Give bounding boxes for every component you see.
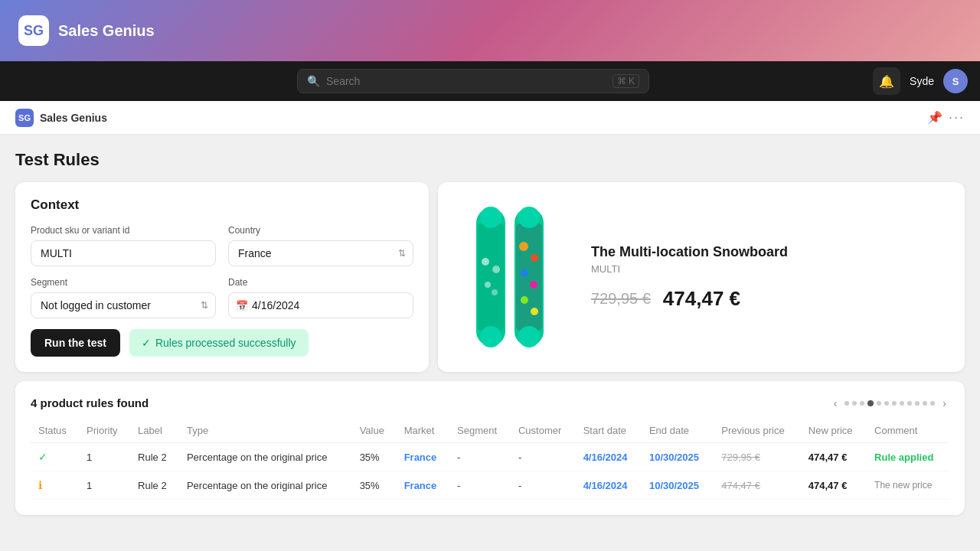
col-value: Value <box>352 419 397 443</box>
svg-point-6 <box>485 282 491 288</box>
row2-comment: The new price <box>867 471 949 500</box>
row2-value: 35% <box>352 471 397 500</box>
svg-point-13 <box>531 254 538 262</box>
row2-priority: 1 <box>79 471 130 500</box>
run-test-button[interactable]: Run the test <box>31 329 120 357</box>
country-group: Country France Germany USA ⇅ <box>228 225 413 266</box>
col-comment: Comment <box>867 419 949 443</box>
col-market: Market <box>397 419 449 443</box>
search-icon: 🔍 <box>307 75 320 87</box>
row2-end-date: 10/30/2025 <box>642 471 714 500</box>
table-head: Status Priority Label Type Value Market … <box>31 419 949 443</box>
prev-page-arrow[interactable]: ‹ <box>831 397 841 409</box>
col-new-price: New price <box>801 419 867 443</box>
row1-status: ✓ <box>31 443 79 471</box>
dot-7 <box>892 401 897 406</box>
row2-start-date: 4/16/2024 <box>576 471 642 500</box>
pin-icon[interactable]: 📌 <box>927 110 942 125</box>
segment-select[interactable]: Not logged in customer Logged in custome… <box>31 292 216 318</box>
svg-point-15 <box>530 281 537 289</box>
col-segment: Segment <box>449 419 511 443</box>
row2-new-price: 474,47 € <box>801 471 867 500</box>
discounted-price: 474,47 € <box>663 287 740 311</box>
dot-4 <box>867 400 874 406</box>
sku-input[interactable] <box>31 240 216 266</box>
product-name: The Multi-location Snowboard <box>591 244 949 260</box>
top-header: SG Sales Genius <box>0 0 980 61</box>
context-panel: Context Product sku or variant id Countr… <box>15 182 429 372</box>
row1-market: France <box>397 443 449 471</box>
dot-5 <box>877 401 881 406</box>
panels: Context Product sku or variant id Countr… <box>15 182 965 372</box>
dot-3 <box>860 401 864 406</box>
sub-app-logo: SG <box>15 109 34 127</box>
calendar-icon: 📅 <box>236 300 248 311</box>
row2-status: ℹ <box>31 471 79 500</box>
form-row-1: Product sku or variant id Country France… <box>31 225 413 266</box>
action-row: Run the test ✓ Rules processed successfu… <box>31 329 413 357</box>
notification-bell[interactable]: 🔔 <box>873 67 900 95</box>
country-select[interactable]: France Germany USA <box>228 240 413 266</box>
page-title: Test Rules <box>15 150 965 170</box>
user-name: Syde <box>910 75 934 87</box>
nav-bar: 🔍 ⌘ K 🔔 Syde S <box>0 61 980 101</box>
row1-customer: - <box>511 443 576 471</box>
check-icon: ✓ <box>142 337 151 349</box>
svg-point-17 <box>531 308 538 315</box>
row1-comment: Rule applied <box>867 443 949 471</box>
sub-app-name: Sales Genius <box>40 112 107 124</box>
segment-select-wrapper: Not logged in customer Logged in custome… <box>31 292 216 318</box>
row1-prev-price: 729,95 € <box>714 443 801 471</box>
product-panel: The Multi-location Snowboard MULTI 729,9… <box>438 182 965 372</box>
sku-label: Product sku or variant id <box>31 225 216 236</box>
date-input-wrapper: 📅 <box>228 292 413 318</box>
dot-8 <box>900 401 904 406</box>
row1-start-date: 4/16/2024 <box>576 443 642 471</box>
next-page-arrow[interactable]: › <box>939 397 949 409</box>
segment-label: Segment <box>31 277 216 288</box>
dot-6 <box>884 401 889 406</box>
svg-point-5 <box>492 266 500 273</box>
form-row-2: Segment Not logged in customer Logged in… <box>31 277 413 318</box>
col-end-date: End date <box>642 419 714 443</box>
col-type: Type <box>179 419 352 443</box>
table-header-row: Status Priority Label Type Value Market … <box>31 419 949 443</box>
search-box[interactable]: 🔍 ⌘ K <box>297 69 649 93</box>
svg-point-4 <box>482 258 489 266</box>
svg-point-10 <box>518 207 540 228</box>
search-input[interactable] <box>326 75 606 87</box>
date-input[interactable] <box>228 292 413 318</box>
rules-section: 4 product rules found ‹ <box>15 381 965 515</box>
segment-group: Segment Not logged in customer Logged in… <box>31 277 216 318</box>
svg-point-14 <box>521 269 528 277</box>
row2-market: France <box>397 471 449 500</box>
dot-11 <box>923 401 927 406</box>
main-content: Test Rules Context Product sku or varian… <box>0 135 980 515</box>
row2-prev-price: 474,47 € <box>714 471 801 500</box>
country-label: Country <box>228 225 413 236</box>
col-priority: Priority <box>79 419 130 443</box>
row2-label: Rule 2 <box>130 471 179 500</box>
svg-point-2 <box>480 207 501 228</box>
avatar[interactable]: S <box>943 69 968 93</box>
col-prev-price: Previous price <box>714 419 801 443</box>
app-title: Sales Genius <box>58 22 155 40</box>
sub-header-left: SG Sales Genius <box>15 109 107 127</box>
row1-type: Percentage on the original price <box>179 443 352 471</box>
pagination-dots <box>844 400 935 406</box>
nav-right: 🔔 Syde S <box>873 67 968 95</box>
product-info: The Multi-location Snowboard MULTI 729,9… <box>591 244 949 311</box>
svg-point-12 <box>519 242 528 251</box>
more-options-icon[interactable]: ··· <box>949 109 965 126</box>
svg-point-7 <box>492 289 498 295</box>
row1-label: Rule 2 <box>130 443 179 471</box>
success-message: Rules processed successfully <box>155 337 296 349</box>
search-shortcut: ⌘ K <box>612 74 639 88</box>
product-image <box>461 201 568 354</box>
dot-10 <box>915 401 920 406</box>
product-image-area <box>453 201 576 354</box>
rules-count: 4 product rules found <box>31 396 149 409</box>
product-sku: MULTI <box>591 263 949 275</box>
dot-9 <box>907 401 912 406</box>
country-select-wrapper: France Germany USA ⇅ <box>228 240 413 266</box>
